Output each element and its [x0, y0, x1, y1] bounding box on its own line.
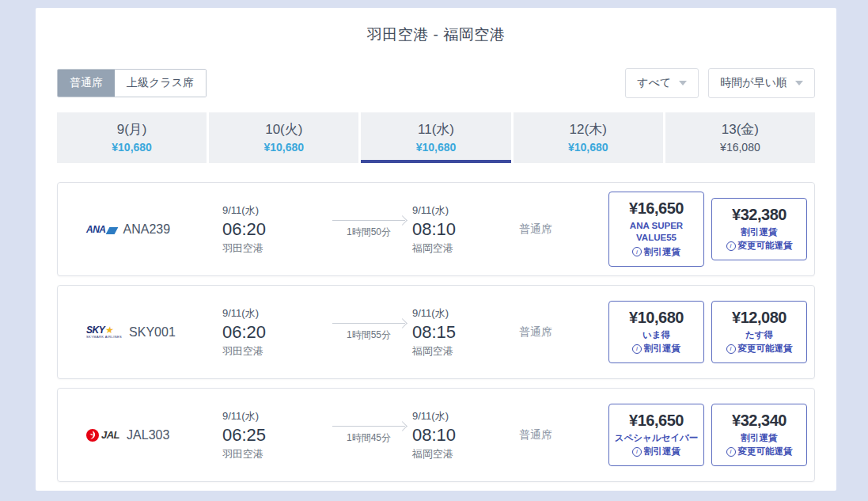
departure-block: 9/11(水) 06:25 羽田空港: [222, 409, 325, 461]
info-icon: i: [632, 344, 642, 354]
fare-option-button[interactable]: ¥10,680 いま得 i 割引運賃: [608, 301, 704, 364]
date-tab-strip: 9(月) ¥10,680 10(火) ¥10,680 11(水) ¥10,680…: [57, 112, 815, 163]
departure-airport: 羽田空港: [222, 447, 325, 461]
tab-premium-seat[interactable]: 上級クラス席: [115, 70, 206, 97]
fare-type: i 変更可能運賃: [717, 446, 802, 457]
fare-type: i 割引運賃: [614, 343, 699, 355]
flight-duration: 1時間50分: [325, 226, 412, 239]
date-tab-date: 13(金): [665, 120, 815, 139]
fare-name: 割引運賃: [717, 226, 802, 238]
ana-logo-icon: ANA: [86, 224, 116, 235]
fare-price: ¥12,080: [717, 309, 802, 327]
fare-price: ¥10,680: [614, 309, 699, 327]
fare-name: スペシャルセイバー: [614, 432, 699, 444]
arrival-time: 08:10: [412, 219, 515, 240]
date-tab[interactable]: 9(月) ¥10,680: [57, 112, 207, 163]
scope-dropdown-value: すべて: [637, 76, 671, 90]
page-title: 羽田空港 - 福岡空港: [36, 8, 836, 45]
fare-name: ANA SUPER VALUE55: [614, 220, 699, 244]
fare-name: いま得: [614, 329, 699, 341]
fare-option-button[interactable]: ¥16,650 スペシャルセイバー i 割引運賃: [608, 404, 704, 467]
date-tab-date: 9(月): [57, 120, 207, 139]
airline-block: ANA ANA239: [86, 222, 222, 237]
fare-type: i 変更可能運賃: [717, 343, 802, 355]
info-icon: i: [632, 447, 642, 457]
fare-name: たす得: [717, 329, 802, 341]
info-icon: i: [726, 344, 736, 354]
airline-block: JAL JAL303: [86, 428, 222, 442]
sort-dropdown-value: 時間が早い順: [720, 76, 787, 90]
departure-date: 9/11(水): [222, 409, 325, 423]
fare-type: i 割引運賃: [614, 446, 699, 457]
arrival-block: 9/11(水) 08:10 福岡空港: [412, 203, 515, 256]
departure-block: 9/11(水) 06:20 羽田空港: [222, 306, 325, 359]
chevron-down-icon: [795, 81, 803, 85]
departure-block: 9/11(水) 06:20 羽田空港: [222, 203, 325, 256]
flight-arrow-icon: [332, 323, 405, 324]
info-icon: i: [632, 247, 642, 256]
flight-row: ANA ANA239 9/11(水) 06:20 羽田空港 1時間50分 9/1…: [57, 182, 815, 276]
departure-airport: 羽田空港: [222, 344, 325, 359]
departure-time: 06:20: [222, 322, 325, 343]
flight-row: JAL JAL303 9/11(水) 06:25 羽田空港 1時間45分 9/1…: [57, 388, 815, 482]
departure-date: 9/11(水): [222, 306, 325, 321]
scope-dropdown[interactable]: すべて: [625, 68, 699, 98]
flight-list: ANA ANA239 9/11(水) 06:20 羽田空港 1時間50分 9/1…: [57, 182, 815, 491]
flight-arrow-icon: [332, 220, 405, 221]
flight-number: SKY001: [129, 325, 176, 340]
fare-option-button[interactable]: ¥12,080 たす得 i 変更可能運賃: [711, 301, 807, 364]
info-icon: i: [726, 447, 736, 457]
filter-dropdowns: すべて 時間が早い順: [625, 68, 815, 98]
airline-block: SKY★SKYMARK AIRLINES SKY001: [86, 325, 222, 340]
date-tab[interactable]: 13(金) ¥16,080: [665, 112, 815, 163]
date-tab-date: 10(火): [209, 120, 358, 139]
fare-option-button[interactable]: ¥32,380 割引運賃 i 変更可能運賃: [711, 198, 807, 261]
controls-bar: 普通席 上級クラス席 すべて 時間が早い順: [57, 68, 815, 98]
duration-block: 1時間45分: [325, 426, 412, 445]
arrival-block: 9/11(水) 08:10 福岡空港: [412, 409, 515, 461]
fare-options: ¥16,650 ANA SUPER VALUE55 i 割引運賃 ¥32,380…: [608, 192, 807, 267]
arrival-date: 9/11(水): [412, 306, 515, 321]
arrival-block: 9/11(水) 08:15 福岡空港: [412, 306, 515, 359]
fare-options: ¥10,680 いま得 i 割引運賃 ¥12,080 たす得 i 変更可能運賃: [608, 301, 807, 364]
arrival-airport: 福岡空港: [412, 241, 515, 256]
info-icon: i: [726, 241, 736, 251]
date-tab-price: ¥10,680: [57, 141, 207, 154]
duration-block: 1時間55分: [325, 323, 412, 342]
seat-class-label: 普通席: [519, 325, 582, 340]
seat-class-label: 普通席: [519, 222, 582, 237]
arrival-time: 08:10: [412, 425, 515, 446]
date-tab-price: ¥10,680: [514, 141, 663, 154]
arrival-date: 9/11(水): [412, 203, 515, 218]
arrival-time: 08:15: [412, 322, 515, 343]
results-card: 羽田空港 - 福岡空港 普通席 上級クラス席 すべて 時間が早い順 9(月) ¥…: [36, 8, 836, 491]
date-tab[interactable]: 11(水) ¥10,680: [361, 112, 510, 163]
fare-type: i 割引運賃: [614, 246, 699, 258]
fare-option-button[interactable]: ¥16,650 ANA SUPER VALUE55 i 割引運賃: [608, 192, 704, 267]
tab-normal-seat[interactable]: 普通席: [58, 70, 115, 97]
fare-price: ¥16,650: [614, 199, 699, 218]
fare-name: 割引運賃: [717, 432, 802, 444]
departure-airport: 羽田空港: [222, 241, 325, 256]
fare-price: ¥32,340: [717, 412, 802, 430]
departure-date: 9/11(水): [222, 203, 325, 218]
seat-class-label: 普通席: [519, 428, 582, 442]
departure-time: 06:25: [222, 425, 325, 446]
sort-dropdown[interactable]: 時間が早い順: [708, 68, 815, 98]
duration-block: 1時間50分: [325, 220, 412, 239]
fare-type: i 変更可能運賃: [717, 240, 802, 252]
fare-price: ¥16,650: [614, 412, 699, 430]
departure-time: 06:20: [222, 219, 325, 240]
date-tab[interactable]: 10(火) ¥10,680: [209, 112, 358, 163]
date-tab-price: ¥10,680: [361, 141, 510, 154]
date-tab[interactable]: 12(木) ¥10,680: [514, 112, 663, 163]
date-tab-price: ¥10,680: [209, 141, 358, 154]
flight-number: JAL303: [127, 428, 169, 442]
chevron-down-icon: [679, 81, 687, 85]
fare-option-button[interactable]: ¥32,340 割引運賃 i 変更可能運賃: [711, 404, 807, 467]
flight-row: SKY★SKYMARK AIRLINES SKY001 9/11(水) 06:2…: [57, 285, 815, 379]
flight-duration: 1時間45分: [325, 431, 412, 445]
flight-number: ANA239: [123, 222, 171, 237]
jal-logo-icon: JAL: [86, 429, 119, 442]
arrival-date: 9/11(水): [412, 409, 515, 423]
